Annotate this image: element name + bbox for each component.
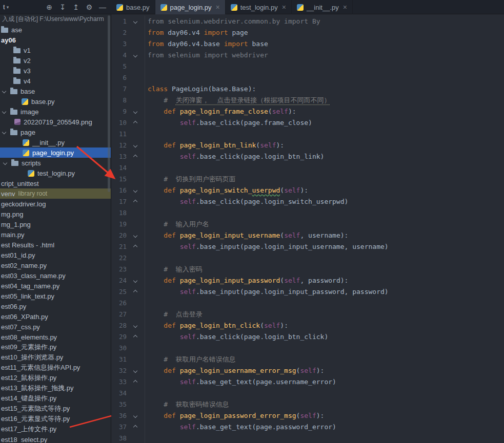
code-line[interactable]: 4from selenium import webdriver [111, 50, 504, 61]
code-line[interactable]: 12 def page_login_btn_link(self): [111, 140, 504, 151]
code-line[interactable]: 36 def page_login_password_error_msg(sel… [111, 410, 504, 421]
tree-item-est05_link_text.py[interactable]: est05_link_text.py [0, 291, 111, 301]
code-line[interactable]: 8 # 关闭弹窗， 点击登录链接（根据项目不同而不同） [111, 95, 504, 106]
code-line[interactable]: 1from selenium.webdriver.common.by impor… [111, 16, 504, 27]
fold-up-icon[interactable] [133, 380, 137, 384]
tree-item-v3[interactable]: v3 [0, 66, 111, 76]
code-line[interactable]: 17 self.base_click(page.login_switch_use… [111, 196, 504, 207]
code-line[interactable]: 29 self.base_click(page.login_btn_click) [111, 331, 504, 343]
tab-base.py[interactable]: base.py [111, 0, 155, 14]
tree-item-est13_鼠标操作_拖拽.py[interactable]: est13_鼠标操作_拖拽.py [0, 383, 111, 393]
editor[interactable]: 1from selenium.webdriver.common.by impor… [111, 14, 504, 443]
close-icon[interactable]: × [216, 4, 220, 11]
code-line[interactable]: 11 [111, 129, 504, 140]
code-line[interactable]: 33 self.base_get_text(page.username_erro… [111, 376, 504, 388]
code-line[interactable]: 26 [111, 298, 504, 309]
tree-item-est01_id.py[interactable]: est01_id.py [0, 250, 111, 260]
code-line[interactable]: 3from day06.v4.base import base [111, 38, 504, 50]
tree-item-est17_上传文件.py[interactable]: est17_上传文件.py [0, 424, 111, 434]
tree-item-mg.png[interactable]: mg.png [0, 209, 111, 219]
tree-item-est14_键盘操作.py[interactable]: est14_键盘操作.py [0, 393, 111, 404]
code-line[interactable]: 35 # 获取密码错误信息 [111, 399, 504, 410]
tree-item-v4[interactable]: v4 [0, 76, 111, 86]
code-line[interactable]: 5 [111, 61, 504, 72]
code-line[interactable]: 23 # 输入密码 [111, 264, 504, 275]
tree-item-test_login.py[interactable]: test_login.py [0, 168, 111, 178]
tree-item-ay06[interactable]: ay06 [0, 35, 111, 45]
chevron-down-icon[interactable] [3, 161, 7, 165]
chevron-down-icon[interactable] [2, 130, 6, 134]
tree-item-base.py[interactable]: base.py [0, 96, 111, 107]
fold-up-icon[interactable] [133, 290, 137, 294]
code-line[interactable]: 18 [111, 207, 504, 219]
tab-__init__.py[interactable]: __init__.py× [292, 0, 353, 14]
code-line[interactable]: 6 [111, 72, 504, 83]
code-line[interactable]: 37 self.base_get_text(page.password_erro… [111, 421, 504, 433]
hide-panel-icon[interactable]: — [96, 0, 109, 14]
fold-down-icon[interactable] [133, 143, 137, 147]
tree-item-scripts[interactable]: scripts [0, 158, 111, 168]
close-icon[interactable]: × [282, 4, 286, 11]
code-line[interactable]: 9 def page_login_frame_close(self): [111, 106, 504, 117]
tree-item-__init__.py[interactable]: __init__.py [0, 137, 111, 147]
tree-item-page_login.py[interactable]: page_login.py [0, 147, 111, 158]
tree-item-est Results - .html[interactable]: est Results - .html [0, 240, 111, 250]
fold-down-icon[interactable] [133, 53, 137, 57]
fold-down-icon[interactable] [133, 234, 137, 238]
tree-item-main.py[interactable]: main.py [0, 229, 111, 240]
code-line[interactable]: 10 self.base_click(page.frame_close) [111, 117, 504, 129]
code-line[interactable]: 28 def page_login_btn_click(self): [111, 320, 504, 331]
tree-item-est15_元素隐式等待.py[interactable]: est15_元素隐式等待.py [0, 404, 111, 414]
chevron-down-icon[interactable] [2, 89, 6, 93]
fold-down-icon[interactable] [133, 414, 137, 418]
tree-item-est04_tag_name.py[interactable]: est04_tag_name.py [0, 281, 111, 291]
fold-down-icon[interactable] [133, 324, 137, 328]
code-line[interactable]: 32 def page_login_username_error_msg(sel… [111, 365, 504, 376]
fold-down-icon[interactable] [133, 110, 137, 114]
code-line[interactable]: 34 [111, 388, 504, 399]
fold-up-icon[interactable] [133, 200, 137, 204]
tree-item-est02_name.py[interactable]: est02_name.py [0, 260, 111, 270]
tab-test_login.py[interactable]: test_login.py× [226, 0, 292, 14]
project-root-path[interactable]: 入成 [自动化] F:\Users\www\Pycharm [0, 14, 111, 24]
fold-down-icon[interactable] [133, 369, 137, 373]
tree-item-ase[interactable]: ase [0, 25, 111, 35]
tree-item-est10_操作浏览器.py[interactable]: est10_操作浏览器.py [0, 352, 111, 363]
code-line[interactable]: 25 self.base_input(page.login_input_pass… [111, 286, 504, 298]
tree-item-est07_css.py[interactable]: est07_css.py [0, 322, 111, 332]
code-line[interactable]: 31 # 获取用户名错误信息 [111, 354, 504, 365]
code-line[interactable]: 30 [111, 343, 504, 354]
scroll-up-icon[interactable]: ↥ [69, 0, 83, 14]
tree-item-est12_鼠标操作.py[interactable]: est12_鼠标操作.py [0, 373, 111, 383]
tree-item-est09_元素操作.py[interactable]: est09_元素操作.py [0, 342, 111, 352]
tree-item-image[interactable]: image [0, 107, 111, 117]
tree-item-est06.py[interactable]: est06.py [0, 301, 111, 311]
code-line[interactable]: 38 [111, 433, 504, 443]
locate-file-icon[interactable]: ⊕ [43, 0, 56, 14]
fold-down-icon[interactable] [133, 19, 137, 24]
tree-item-v2[interactable]: v2 [0, 55, 111, 66]
code-line[interactable]: 19 # 输入用户名 [111, 219, 504, 230]
fold-up-icon[interactable] [133, 245, 137, 249]
fold-down-icon[interactable] [133, 188, 137, 193]
tree-item-est06_XPath.py[interactable]: est06_XPath.py [0, 311, 111, 322]
tree-item-venv[interactable]: venvlibrary root [0, 188, 111, 199]
tree-item-base[interactable]: base [0, 86, 111, 96]
close-icon[interactable]: × [343, 4, 347, 11]
fold-up-icon[interactable] [133, 121, 137, 125]
fold-up-icon[interactable] [133, 335, 137, 339]
code-line[interactable]: 16 def page_login_switch_userpwd(self): [111, 185, 504, 196]
code-line[interactable]: 15 # 切换到用户密码页面 [111, 174, 504, 185]
tree-item-20220719_205549.png[interactable]: 20220719_205549.png [0, 117, 111, 127]
fold-down-icon[interactable] [133, 279, 137, 283]
tree-item-geckodriver.log[interactable]: geckodriver.log [0, 199, 111, 209]
tree-item-est11_元素信息操作API.py[interactable]: est11_元素信息操作API.py [0, 363, 111, 373]
code-line[interactable]: 21 self.base_input(page.login_input_user… [111, 241, 504, 252]
tree-item-est16_元素显式等待.py[interactable]: est16_元素显式等待.py [0, 414, 111, 424]
tree-item-est03_class_name.py[interactable]: est03_class_name.py [0, 270, 111, 281]
chevron-down-icon[interactable] [2, 110, 6, 114]
code-line[interactable]: 20 def page_login_input_username(self, u… [111, 230, 504, 241]
run-config-selector[interactable]: t ▾ [3, 3, 9, 11]
fold-up-icon[interactable] [133, 155, 137, 159]
tree-item-mg_1.png[interactable]: mg_1.png [0, 219, 111, 229]
